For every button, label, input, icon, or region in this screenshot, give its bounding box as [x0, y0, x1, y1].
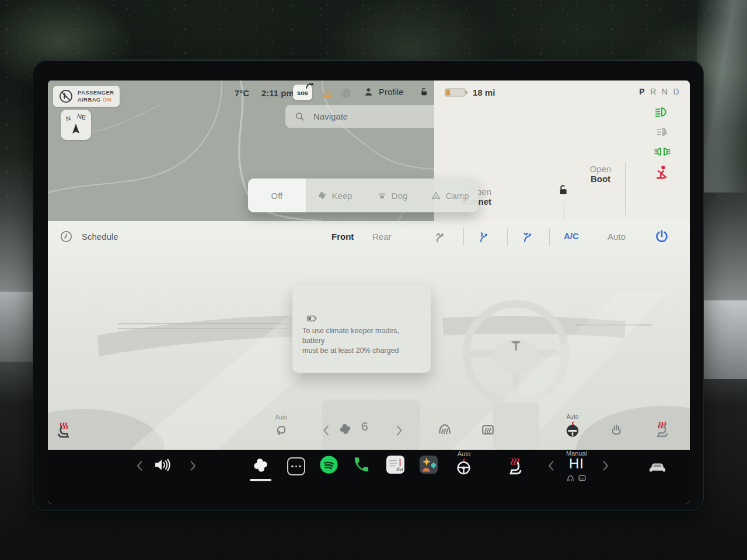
unlocked-icon[interactable]: [418, 86, 429, 97]
defrost-up-button[interactable]: [602, 460, 609, 471]
range-value: 18 mi: [473, 88, 495, 97]
touchscreen-bezel: PASSENGER AIRBAG ON N NE 7°C 2:11 pm sos: [33, 60, 704, 511]
driver-seat-heater-button[interactable]: [56, 421, 74, 438]
keeper-keep-button[interactable]: Keep: [306, 178, 364, 212]
sos-arrow-icon: [306, 82, 314, 89]
compass-widget[interactable]: N NE: [61, 110, 91, 140]
airflow-feet-button[interactable]: [519, 230, 535, 246]
keeper-camp-button[interactable]: Camp: [421, 178, 479, 212]
dashcam-record-icon[interactable]: [341, 89, 351, 98]
app-dock: Auto Manual HI: [48, 450, 690, 504]
fan-icon: [317, 190, 327, 201]
phone-app-icon[interactable]: [352, 456, 371, 474]
front-tab[interactable]: Front: [331, 232, 354, 242]
notice-line1: To use climate keeper modes, battery: [302, 327, 399, 345]
airflow-face-button[interactable]: [476, 230, 491, 246]
compass-n-label: N: [65, 114, 72, 123]
climate-panel: Schedule Front Rear A/C Auto: [48, 221, 690, 450]
boot-divider-line: [625, 162, 626, 215]
position-lamps-icon[interactable]: [654, 144, 671, 160]
app-launcher-button[interactable]: [287, 457, 305, 475]
volume-up-button[interactable]: [190, 460, 197, 471]
fan-speed-value: 6: [361, 419, 368, 433]
seatbelt-warning-icon: [654, 164, 671, 180]
fan-speed-up-button[interactable]: [396, 425, 403, 436]
keeper-off-button[interactable]: Off: [248, 178, 306, 212]
airflow-face-up-button[interactable]: [432, 230, 448, 246]
schedule-button[interactable]: Schedule: [60, 230, 118, 243]
fan-icon: [337, 421, 353, 437]
search-icon: [295, 111, 305, 122]
navigate-placeholder: Navigate: [313, 111, 348, 121]
compass-ne-label: NE: [76, 113, 86, 121]
rear-defrost-button[interactable]: [480, 422, 496, 438]
climate-power-button[interactable]: [654, 228, 670, 244]
gear-n[interactable]: N: [662, 87, 668, 96]
clock: 2:11 pm: [261, 88, 294, 98]
frunk-line: [564, 201, 564, 220]
mini-front-defrost-icon: [566, 474, 575, 482]
heated-steering-button[interactable]: [564, 421, 581, 438]
volume-down-button[interactable]: [136, 460, 143, 471]
gear-selector[interactable]: P R N D: [639, 87, 679, 96]
outside-temperature[interactable]: 7°C: [235, 88, 249, 98]
battery-notice-card: To use climate keeper modes, battery mus…: [292, 285, 431, 373]
touchscreen: PASSENGER AIRBAG ON N NE 7°C 2:11 pm sos: [48, 80, 690, 504]
auto-climate-button[interactable]: Auto: [608, 232, 626, 242]
steering-auto-label: Auto: [564, 414, 581, 420]
sos-button[interactable]: sos: [293, 85, 312, 100]
car-unlocked-icon[interactable]: [556, 183, 569, 197]
air-recirculation-button[interactable]: [274, 422, 289, 438]
dock-heated-steering-button[interactable]: [455, 457, 473, 475]
notice-line2: must be at least 20% charged: [302, 346, 399, 355]
low-battery-icon: [307, 316, 317, 321]
divider: [463, 228, 464, 246]
keeper-dog-button[interactable]: Dog: [364, 178, 421, 212]
defrost-down-button[interactable]: [547, 460, 554, 471]
window-glass-streak: [697, 0, 747, 192]
battery-icon: [445, 88, 468, 97]
clock-icon: [60, 230, 73, 243]
ac-button[interactable]: A/C: [564, 231, 579, 241]
tent-icon: [431, 190, 441, 201]
open-boot-button[interactable]: Open Boot: [580, 164, 621, 184]
rear-tab[interactable]: Rear: [372, 232, 392, 242]
recirc-auto-label: Auto: [271, 414, 292, 421]
profile-label: Profile: [379, 87, 404, 97]
divider: [549, 228, 550, 246]
passenger-airbag-indicator: PASSENGER AIRBAG ON: [53, 86, 120, 107]
passenger-seat-heater-button[interactable]: [652, 420, 670, 438]
navigate-search-input[interactable]: Navigate: [285, 105, 448, 128]
active-app-indicator: [250, 479, 271, 481]
schedule-label: Schedule: [82, 232, 118, 242]
dock-steering-auto-label: Auto: [453, 450, 474, 457]
low-beam-headlights-icon[interactable]: [654, 104, 671, 120]
toybox-app-icon[interactable]: [419, 455, 438, 474]
speaker-icon[interactable]: [153, 456, 173, 474]
airbag-status-icon: [58, 89, 74, 104]
paw-icon: [377, 191, 387, 201]
profile-button[interactable]: Profile: [363, 86, 404, 97]
airbag-state: ON: [103, 96, 111, 103]
vehicle-controls-button[interactable]: [647, 457, 668, 474]
fan-speed-down-button[interactable]: [322, 425, 330, 436]
spotify-app-icon[interactable]: [319, 455, 338, 474]
airbag-label-line1: PASSENGER: [78, 89, 114, 96]
heated-wipers-button[interactable]: [609, 422, 624, 438]
dock-seat-heater-button[interactable]: [505, 456, 523, 475]
climate-app-icon[interactable]: [250, 455, 271, 475]
gear-d[interactable]: D: [673, 87, 679, 96]
compass-arrow-icon: [72, 124, 80, 134]
divider: [507, 228, 508, 246]
climate-keeper-popup: Off Keep Dog Camp: [248, 178, 479, 212]
dashboard-trim-left: [0, 292, 33, 362]
airbag-label-line2: AIRBAG: [78, 96, 101, 103]
auto-headlights-icon[interactable]: [654, 124, 671, 140]
gear-p[interactable]: P: [639, 87, 645, 96]
radio-app-icon[interactable]: [386, 455, 405, 474]
battery-range[interactable]: 18 mi: [445, 88, 495, 97]
gear-r[interactable]: R: [650, 87, 657, 96]
mini-rear-defrost-icon: [578, 474, 587, 482]
front-defrost-button[interactable]: [437, 421, 453, 438]
software-update-icon[interactable]: [321, 86, 334, 99]
